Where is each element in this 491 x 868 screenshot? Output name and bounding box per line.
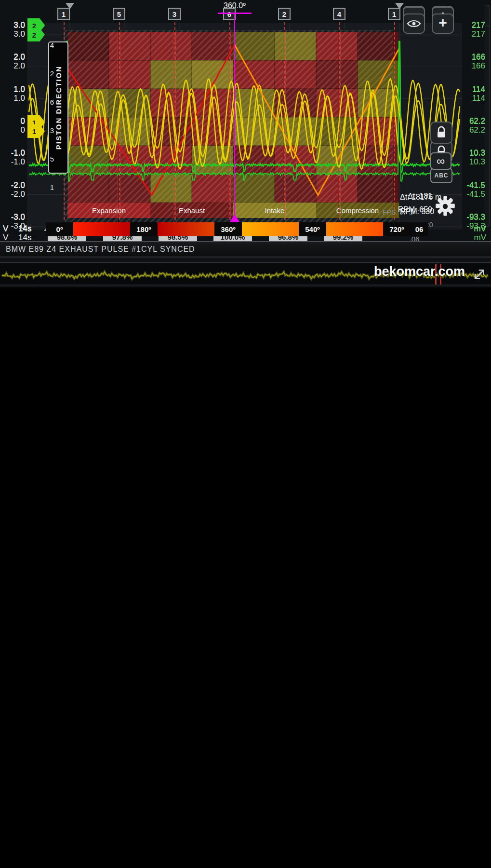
sync-cursor-handle-left[interactable] xyxy=(66,3,74,9)
cylinder-tag[interactable]: 2 xyxy=(278,8,291,20)
scope-app-window: PISTON DIRECTION 3.02.01.00-1.0-2.0-3.02… xyxy=(0,0,491,868)
degree-chip-720: 720º xyxy=(383,222,411,236)
time-label-after: 06 xyxy=(411,222,428,236)
cylinder-tag[interactable]: 3 xyxy=(168,8,181,20)
overview-strip[interactable]: bekomcar.com xyxy=(0,262,491,285)
cylinder-tag[interactable]: 4 xyxy=(333,8,345,20)
cylinder-divider-line xyxy=(284,22,285,230)
infinity-icon: ∞ xyxy=(437,155,445,167)
expand-button[interactable] xyxy=(471,266,488,283)
infinity-persistence-button[interactable]: ∞ xyxy=(430,152,451,170)
cylinder-tag[interactable]: 1 xyxy=(57,8,70,20)
abc-label: ABC xyxy=(435,172,449,179)
delta-t-readout: Δt: 18176 m xyxy=(400,193,441,202)
measurement-band xyxy=(65,30,118,230)
degree-chip-0: 0º xyxy=(46,222,73,236)
visibility-eye-button[interactable] xyxy=(403,14,425,34)
measurement-band xyxy=(120,30,173,230)
crank-cursor-value: 360.0º xyxy=(212,1,257,10)
degree-gradient-2 xyxy=(158,222,214,236)
measurement-band xyxy=(340,30,393,230)
scope-panel-uniformity: 3.02.01.00-1.0-2.0-3.021716611462.210.3-… xyxy=(0,0,491,287)
piston-direction-label: PISTON DIRECTION xyxy=(54,66,63,149)
degree-gradient-3 xyxy=(242,222,299,236)
panel-title: BMW E89 Z4 EXHAUST PULSE #1CYL SYNCED xyxy=(6,245,195,253)
abc-annotation-button[interactable]: ABC xyxy=(430,168,452,183)
measurement-band xyxy=(175,30,228,230)
lock-button[interactable] xyxy=(430,122,452,144)
cylinder-tag[interactable]: 5 xyxy=(113,8,125,20)
degree-chip-540: 540º xyxy=(299,222,326,236)
crank-cursor-triangle[interactable] xyxy=(230,214,239,222)
panel-title-bar: BMW E89 Z4 EXHAUST PULSE #1CYL SYNCED xyxy=(0,241,491,258)
cylinder-divider-line xyxy=(174,22,175,230)
add-plus-button[interactable]: + xyxy=(432,14,454,34)
piston-direction-box: PISTON DIRECTION xyxy=(48,41,68,174)
sync-cursor-handle-right[interactable] xyxy=(395,3,404,9)
plus-icon: + xyxy=(438,15,447,30)
cylinder-tag[interactable]: 1 xyxy=(388,8,400,20)
cylinder-divider-line xyxy=(229,22,230,230)
degree-chip-360: 360º xyxy=(214,222,242,236)
crank-angle-scale: 0º 180º 360º 540º 720º xyxy=(46,222,411,236)
watermark: bekomcar.com xyxy=(374,264,465,279)
cylinder-divider-line xyxy=(394,22,395,230)
degree-gradient-1 xyxy=(73,222,130,236)
cylinder-divider-line xyxy=(339,22,340,230)
measurement-band xyxy=(230,30,283,230)
rpm-readout: RPM: 330 xyxy=(400,207,434,216)
degree-chip-180: 180º xyxy=(130,222,158,236)
crank-cursor-line[interactable] xyxy=(234,13,235,223)
eye-icon xyxy=(407,18,421,29)
lock-icon xyxy=(436,126,447,139)
expand-icon xyxy=(472,267,487,282)
measurement-band xyxy=(285,30,338,230)
degree-gradient-4 xyxy=(326,222,383,236)
cylinder-divider-line xyxy=(119,22,120,230)
